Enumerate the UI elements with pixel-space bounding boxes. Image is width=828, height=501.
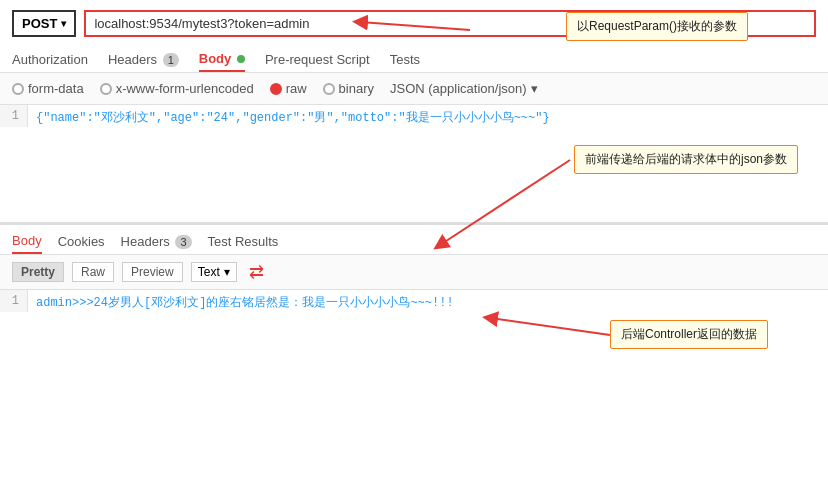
radio-raw[interactable]	[270, 83, 282, 95]
line-number-1: 1	[0, 105, 28, 127]
request-tabs-row: Authorization Headers 1 Body Pre-request…	[12, 45, 816, 72]
radio-binary[interactable]	[323, 83, 335, 95]
response-editor: 1 admin>>>24岁男人[邓沙利文]的座右铭居然是：我是一只小小小小鸟~~…	[0, 290, 828, 355]
response-tab-headers[interactable]: Headers 3	[121, 234, 192, 253]
tab-headers[interactable]: Headers 1	[108, 52, 179, 71]
tab-tests[interactable]: Tests	[390, 52, 420, 71]
option-form-data[interactable]: form-data	[12, 81, 84, 96]
response-tab-test-results[interactable]: Test Results	[208, 234, 279, 253]
response-text-select[interactable]: Text ▾	[191, 262, 237, 282]
response-tab-cookies[interactable]: Cookies	[58, 234, 105, 253]
annotation-url: 以RequestParam()接收的参数	[566, 12, 748, 41]
annotation-controller: 后端Controller返回的数据	[610, 320, 768, 349]
text-select-arrow: ▾	[224, 265, 230, 279]
request-section: POST ▾ Authorization Headers 1 Body Pre-…	[0, 0, 828, 225]
response-line-number-1: 1	[0, 290, 28, 312]
method-dropdown-arrow: ▾	[61, 18, 66, 29]
body-options-row: form-data x-www-form-urlencoded raw bina…	[0, 73, 828, 105]
response-code-line-1: 1 admin>>>24岁男人[邓沙利文]的座右铭居然是：我是一只小小小小鸟~~…	[0, 290, 828, 315]
request-editor: 1 {"name":"邓沙利文","age":"24","gender":"男"…	[0, 105, 828, 225]
response-preview-btn[interactable]: Preview	[122, 262, 183, 282]
radio-urlencoded[interactable]	[100, 83, 112, 95]
radio-form-data[interactable]	[12, 83, 24, 95]
option-urlencoded[interactable]: x-www-form-urlencoded	[100, 81, 254, 96]
method-button[interactable]: POST ▾	[12, 10, 76, 37]
headers-badge: 1	[163, 53, 179, 67]
response-section: Body Cookies Headers 3 Test Results Pret…	[0, 225, 828, 355]
body-active-dot	[237, 55, 245, 63]
type-select[interactable]: JSON (application/json) ▾	[390, 81, 538, 96]
code-line-1: 1 {"name":"邓沙利文","age":"24","gender":"男"…	[0, 105, 828, 130]
response-options-row: Pretty Raw Preview Text ▾ ⇄	[0, 255, 828, 290]
response-code-content-1[interactable]: admin>>>24岁男人[邓沙利文]的座右铭居然是：我是一只小小小小鸟~~~!…	[28, 290, 828, 315]
type-dropdown-arrow: ▾	[531, 81, 538, 96]
tab-body[interactable]: Body	[199, 51, 245, 72]
option-binary[interactable]: binary	[323, 81, 374, 96]
tab-pre-request[interactable]: Pre-request Script	[265, 52, 370, 71]
option-raw[interactable]: raw	[270, 81, 307, 96]
response-headers-badge: 3	[175, 235, 191, 249]
tab-authorization[interactable]: Authorization	[12, 52, 88, 71]
response-tab-body[interactable]: Body	[12, 233, 42, 254]
response-pretty-btn[interactable]: Pretty	[12, 262, 64, 282]
method-label: POST	[22, 16, 57, 31]
code-content-1[interactable]: {"name":"邓沙利文","age":"24","gender":"男","…	[28, 105, 828, 130]
response-tabs-row: Body Cookies Headers 3 Test Results	[0, 225, 828, 255]
wrap-icon[interactable]: ⇄	[249, 261, 264, 283]
annotation-json-params: 前端传递给后端的请求体中的json参数	[574, 145, 798, 174]
response-raw-btn[interactable]: Raw	[72, 262, 114, 282]
